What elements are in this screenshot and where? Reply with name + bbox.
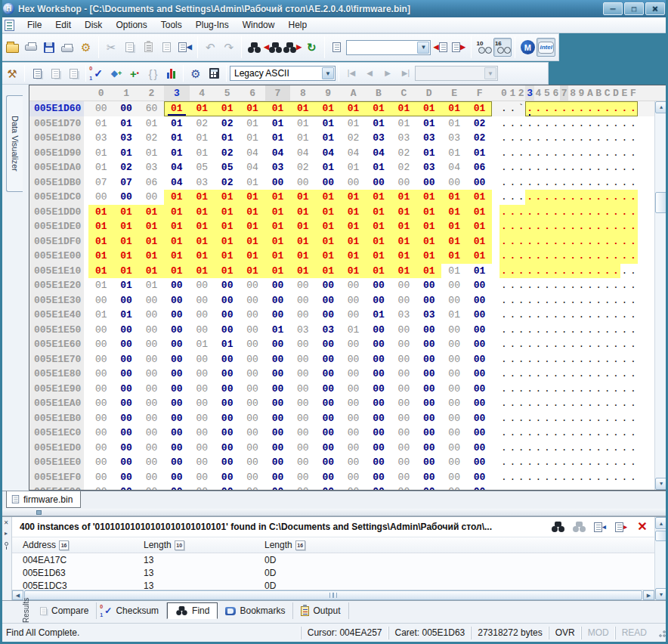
ascii-char[interactable]: . <box>543 101 551 116</box>
hex-byte[interactable]: 00 <box>316 441 341 456</box>
result-row[interactable]: 005E1DC3130D <box>12 579 654 590</box>
ascii-char[interactable]: . <box>611 396 620 411</box>
ascii-char[interactable]: . <box>620 293 629 308</box>
hex-byte[interactable]: 00 <box>88 101 113 116</box>
ascii-char[interactable]: . <box>543 160 551 175</box>
find-again-button[interactable] <box>550 520 565 534</box>
ascii-char[interactable]: . <box>611 116 620 132</box>
nav-previous-button[interactable] <box>360 65 379 82</box>
hex-byte[interactable]: 01 <box>164 146 189 161</box>
ascii-char[interactable]: . <box>595 367 603 382</box>
hex-byte[interactable]: 01 <box>391 234 416 249</box>
hex-byte[interactable]: 00 <box>88 441 113 456</box>
ascii-char[interactable]: . <box>620 337 629 352</box>
ascii-char[interactable]: . <box>629 116 637 132</box>
hex-byte[interactable]: 01 <box>265 131 290 146</box>
ascii-char[interactable]: . <box>543 264 551 279</box>
copy-as-text-button[interactable] <box>64 65 82 82</box>
ascii-char[interactable]: . <box>517 293 525 308</box>
ascii-char[interactable]: . <box>611 352 620 367</box>
hex-byte[interactable]: 01 <box>88 146 113 161</box>
hex-byte[interactable]: 00 <box>366 175 391 190</box>
ascii-char[interactable]: . <box>560 293 568 308</box>
ascii-char[interactable]: . <box>577 485 586 490</box>
splitter-grip[interactable] <box>36 510 42 515</box>
hex-byte[interactable]: 01 <box>366 264 391 279</box>
ascii-char[interactable]: . <box>568 190 577 205</box>
ascii-char[interactable]: . <box>525 382 533 397</box>
hex-byte[interactable]: 01 <box>113 278 138 293</box>
ascii-char[interactable]: . <box>552 234 560 249</box>
hex-byte[interactable]: 01 <box>467 205 492 220</box>
ascii-char[interactable]: . <box>543 323 551 338</box>
ascii-char[interactable]: . <box>499 367 508 382</box>
ascii-char[interactable]: . <box>611 101 620 116</box>
ascii-char[interactable]: . <box>577 234 586 249</box>
ascii-char[interactable]: . <box>620 190 629 205</box>
ascii-char[interactable]: . <box>603 249 611 264</box>
ascii-char[interactable]: . <box>525 411 533 426</box>
ascii-char[interactable]: . <box>534 293 543 308</box>
hex-byte[interactable]: 00 <box>88 411 113 426</box>
ascii-char[interactable]: . <box>595 160 603 175</box>
hex-byte[interactable]: 00 <box>88 337 113 352</box>
hex-byte[interactable]: 00 <box>265 470 290 485</box>
ascii-char[interactable]: . <box>534 426 543 441</box>
ascii-char[interactable]: . <box>568 323 577 338</box>
hex-byte[interactable]: 00 <box>416 278 441 293</box>
hex-byte[interactable]: 01 <box>290 116 315 132</box>
hex-byte[interactable]: 00 <box>316 470 341 485</box>
hex-byte[interactable]: 01 <box>190 264 215 279</box>
hex-byte[interactable]: 01 <box>240 264 264 279</box>
ascii-char[interactable]: . <box>517 470 525 485</box>
hex-byte[interactable]: 01 <box>441 116 466 132</box>
hex-byte[interactable]: 00 <box>88 367 113 382</box>
ascii-char[interactable]: . <box>595 131 603 146</box>
hex-byte[interactable]: 01 <box>391 101 416 116</box>
ascii-char[interactable]: . <box>586 367 594 382</box>
hex-byte[interactable]: 00 <box>265 382 290 397</box>
ascii-char[interactable]: . <box>499 441 508 456</box>
ascii-char[interactable]: . <box>560 101 568 116</box>
hex-byte[interactable]: 00 <box>341 293 366 308</box>
hex-byte[interactable]: 01 <box>190 131 215 146</box>
hex-byte[interactable]: 00 <box>215 455 240 470</box>
ascii-char[interactable]: . <box>534 367 543 382</box>
hex-byte[interactable]: 00 <box>316 382 341 397</box>
ascii-char[interactable]: . <box>620 441 629 456</box>
ascii-char[interactable]: . <box>586 160 594 175</box>
ascii-char[interactable]: . <box>620 396 629 411</box>
hex-byte[interactable]: 01 <box>139 234 164 249</box>
tab-bookmarks[interactable]: Bookmarks <box>218 602 293 619</box>
ascii-char[interactable]: . <box>560 131 568 146</box>
copy-results-button[interactable]: ◂ <box>592 520 608 534</box>
scrollbar-thumb[interactable] <box>655 192 667 213</box>
hex-byte[interactable]: 00 <box>391 278 416 293</box>
ascii-char[interactable]: . <box>499 146 508 161</box>
hex-byte[interactable]: 01 <box>316 234 341 249</box>
hex-byte[interactable]: 01 <box>366 190 391 205</box>
close-button[interactable]: ✕ <box>645 2 665 15</box>
hex-byte[interactable]: 00 <box>113 190 138 205</box>
ascii-char[interactable]: . <box>509 455 517 470</box>
hex-byte[interactable]: 00 <box>467 411 492 426</box>
hex-byte[interactable]: 00 <box>316 396 341 411</box>
hex-byte[interactable]: 00 <box>164 411 189 426</box>
ascii-char[interactable]: . <box>552 101 560 116</box>
hex-byte[interactable]: 00 <box>265 485 290 490</box>
hex-byte[interactable]: 01 <box>416 116 441 132</box>
scroll-down-icon[interactable]: ▼ <box>655 478 667 490</box>
close-results-icon[interactable] <box>635 520 650 534</box>
ascii-char[interactable]: . <box>543 426 551 441</box>
ascii-char[interactable]: . <box>577 323 586 338</box>
add-structure-button[interactable]: • <box>125 65 144 82</box>
ascii-char[interactable]: . <box>595 455 603 470</box>
ascii-char[interactable]: . <box>525 234 533 249</box>
ascii-char[interactable]: . <box>586 323 594 338</box>
hex-byte[interactable]: 01 <box>467 234 492 249</box>
hex-byte[interactable]: 00 <box>341 367 366 382</box>
hex-byte[interactable]: 00 <box>416 293 441 308</box>
hex-byte[interactable]: 00 <box>164 396 189 411</box>
ascii-char[interactable]: . <box>552 352 560 367</box>
ascii-char[interactable]: . <box>499 455 508 470</box>
